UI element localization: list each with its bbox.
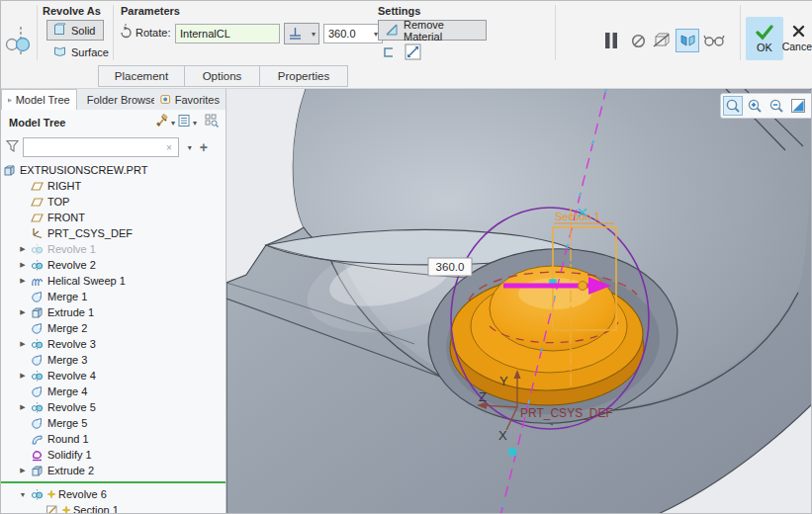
- tab-options[interactable]: Options: [184, 65, 260, 87]
- unattached-preview-button[interactable]: [650, 30, 673, 51]
- tree-item-right[interactable]: RIGHT: [1, 178, 226, 194]
- tree-item-prt-csys-def[interactable]: PRT_CSYS_DEF: [1, 225, 226, 241]
- repaint-button[interactable]: [810, 96, 811, 116]
- angle-value-combo[interactable]: 360.0 ▾: [323, 24, 383, 43]
- tree-show-icon[interactable]: [205, 114, 220, 131]
- no-preview-button[interactable]: [628, 31, 648, 50]
- tree-filter-input[interactable]: [23, 137, 179, 157]
- tree-item-label: Revolve 6: [58, 488, 107, 500]
- tree-item-helical-sweep-1[interactable]: ▶Helical Sweep 1: [1, 273, 226, 289]
- tree-item-solidify-1[interactable]: Solidify 1: [1, 447, 226, 463]
- expand-arrow-icon[interactable]: ▶: [18, 261, 28, 269]
- tree-item-extrude-1[interactable]: ▶Extrude 1: [1, 304, 226, 320]
- tree-item-label: Merge 2: [47, 322, 87, 334]
- merge-feature-icon: [31, 291, 45, 303]
- tab-folder-browser-label: Folder Browser: [87, 94, 155, 106]
- surface-button[interactable]: Surface: [46, 42, 110, 62]
- thicken-sketch-icon[interactable]: [382, 45, 396, 63]
- tree-item-front[interactable]: FRONT: [1, 210, 226, 225]
- extrude-feature-icon: [31, 306, 45, 319]
- tree-item-revolve-5[interactable]: ▶Revolve 5: [1, 399, 226, 415]
- section-feature-icon: [45, 504, 59, 514]
- rotate-label: Rotate:: [135, 27, 170, 39]
- tree-item-revolve-2[interactable]: ▶Revolve 2: [1, 257, 226, 273]
- filter-clear-icon[interactable]: ×: [166, 142, 172, 153]
- refit-icon: [790, 98, 806, 114]
- revolve-feature-icon: [31, 243, 45, 256]
- tab-placement[interactable]: Placement: [98, 65, 185, 87]
- tree-item-label: Section 1: [73, 504, 119, 513]
- tree-item-label: Extrude 1: [47, 306, 94, 318]
- revolve-feature-icon: [31, 401, 45, 414]
- expand-arrow-icon[interactable]: ▶: [18, 308, 28, 316]
- tree-item-top[interactable]: TOP: [1, 194, 226, 210]
- zoom-select-button[interactable]: [723, 96, 743, 116]
- favorites-icon: [160, 94, 170, 105]
- tree-item-merge-1[interactable]: Merge 1: [1, 289, 226, 304]
- expand-arrow-icon[interactable]: ▶: [18, 340, 28, 348]
- tree-settings-icon[interactable]: [177, 114, 191, 131]
- expand-arrow-icon[interactable]: ▼: [18, 491, 28, 498]
- solid-button[interactable]: Solid: [46, 20, 104, 41]
- tree-item-round-1[interactable]: Round 1: [1, 431, 226, 447]
- refit-button[interactable]: [788, 96, 808, 116]
- filter-add-icon[interactable]: +: [200, 139, 208, 155]
- tree-item-label: Revolve 2: [47, 259, 96, 271]
- expand-arrow-icon[interactable]: ▶: [18, 277, 28, 285]
- tree-item-revolve-1[interactable]: ▶Revolve 1: [1, 241, 226, 257]
- expand-arrow-icon[interactable]: ▶: [18, 372, 28, 380]
- tab-folder-browser[interactable]: Folder Browser: [77, 89, 155, 110]
- expand-arrow-icon[interactable]: ▶: [18, 403, 28, 411]
- merge-feature-icon: [31, 417, 45, 430]
- axis-y-label: Y: [499, 374, 508, 388]
- ok-button[interactable]: OK: [746, 17, 783, 60]
- expand-arrow-icon[interactable]: ▶: [18, 467, 28, 474]
- tree-tools-dropdown[interactable]: ▾: [171, 119, 175, 128]
- dashboard-tab-bar: Placement Options Properties: [1, 64, 812, 88]
- plane-feature-icon: [31, 212, 45, 224]
- in-graphics-toolbar: [720, 93, 811, 119]
- tree-item-revolve-3[interactable]: ▶Revolve 3: [1, 336, 226, 352]
- rotate-axis-field[interactable]: InternalCL: [175, 24, 280, 43]
- tab-model-tree[interactable]: Model Tree: [1, 89, 77, 110]
- angle-option-button[interactable]: ▾: [284, 23, 319, 44]
- tree-item-revolve-6[interactable]: ▼Revolve 6: [1, 486, 226, 502]
- tree-settings-dropdown[interactable]: ▾: [193, 119, 197, 128]
- tree-item-merge-3[interactable]: Merge 3: [1, 352, 226, 368]
- attached-preview-button[interactable]: [676, 29, 699, 52]
- insert-here-indicator[interactable]: [1, 481, 226, 483]
- angle-value-tag[interactable]: 360.0: [428, 258, 472, 276]
- solid-icon: [53, 23, 66, 38]
- flip-material-side-icon[interactable]: [405, 43, 421, 64]
- tab-properties[interactable]: Properties: [259, 65, 348, 87]
- zoom-in-button[interactable]: [745, 96, 765, 116]
- tree-item-section-1[interactable]: Section 1: [1, 502, 226, 513]
- tab-favorites[interactable]: Favorites: [154, 89, 226, 110]
- pause-button[interactable]: [598, 29, 624, 52]
- extrude-feature-icon: [31, 465, 45, 477]
- expand-arrow-icon[interactable]: ▶: [18, 245, 28, 253]
- remove-material-button[interactable]: Remove Material: [378, 20, 487, 41]
- zoom-out-button[interactable]: [767, 96, 786, 116]
- tree-item-extrude-2[interactable]: ▶Extrude 2: [1, 463, 226, 478]
- section-label: Section 1: [555, 211, 600, 222]
- tree-item-revolve-4[interactable]: ▶Revolve 4: [1, 368, 226, 384]
- tree-item-label: Revolve 4: [47, 370, 96, 382]
- model-tree-header: Model Tree ▾ ▾: [1, 111, 226, 134]
- tree-item-merge-2[interactable]: Merge 2: [1, 320, 226, 336]
- tree-item-merge-5[interactable]: Merge 5: [1, 415, 226, 431]
- graphics-viewport[interactable]: Section 1: [226, 88, 811, 513]
- angle-option-dropdown[interactable]: ▾: [312, 30, 316, 39]
- tree-item-merge-4[interactable]: Merge 4: [1, 384, 226, 399]
- rotate-axis-value: InternalCL: [180, 28, 230, 40]
- filter-dropdown[interactable]: ▾: [188, 143, 192, 152]
- tree-filter-row: × ▾ +: [1, 134, 226, 160]
- tree-item-label: Revolve 3: [47, 338, 96, 350]
- cancel-button[interactable]: Cancel: [785, 17, 811, 60]
- tree-item-extrusionscrew-prt[interactable]: EXTRUSIONSCREW.PRT: [1, 162, 226, 178]
- ok-label: OK: [757, 42, 772, 53]
- merge-feature-icon: [31, 354, 45, 367]
- verify-button[interactable]: [701, 30, 727, 51]
- tree-tools-icon[interactable]: [155, 114, 169, 131]
- cancel-label: Cancel: [782, 41, 812, 52]
